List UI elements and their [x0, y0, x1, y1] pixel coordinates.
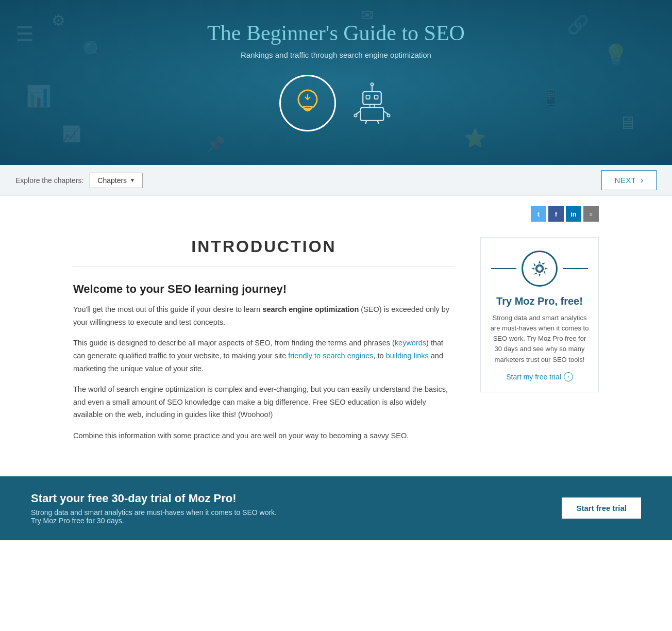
start-free-trial-button[interactable]: Start free trial: [562, 497, 641, 519]
article-para3: The world of search engine optimization …: [73, 383, 455, 421]
moz-pro-card: Try Moz Pro, free! Strong data and smart…: [480, 237, 599, 392]
explore-label: Explore the chapters:: [15, 176, 83, 185]
para1-text: You'll get the most out of this guide if…: [73, 305, 262, 313]
svg-point-24: [354, 114, 357, 117]
next-button[interactable]: NEXT ›: [601, 170, 657, 190]
svg-point-29: [537, 266, 542, 271]
svg-rect-19: [374, 95, 378, 99]
hero-section: ☰ ⚙ 🔍 📊 📈 🔗 💡 📱 🖥 ✉ ⭐ 📌 The Beginner's G…: [0, 0, 672, 165]
friendly-link[interactable]: friendly to search engines: [288, 352, 373, 360]
article-para4: Combine this information with some pract…: [73, 429, 455, 442]
svg-text:📌: 📌: [206, 135, 226, 154]
hero-icons: [10, 75, 662, 131]
article-section: INTRODUCTION Welcome to your SEO learnin…: [73, 237, 455, 451]
dropdown-arrow-icon: ▼: [130, 177, 135, 183]
svg-rect-18: [366, 95, 369, 99]
free-trial-label: Start my free trial: [506, 373, 561, 381]
para2-mid2: , to: [374, 352, 386, 360]
hero-title: The Beginner's Guide to SEO: [10, 21, 662, 45]
para1-bold: search engine optimization: [262, 305, 359, 313]
facebook-share-button[interactable]: f: [548, 206, 564, 222]
twitter-icon: t: [537, 210, 540, 218]
trial-arrow-icon: ›: [564, 372, 573, 381]
next-label: NEXT: [614, 176, 636, 185]
svg-rect-17: [363, 92, 381, 105]
hero-subtitle: Rankings and traffic through search engi…: [10, 51, 662, 59]
linkedin-icon: in: [570, 210, 577, 218]
chapters-label: Chapters: [97, 176, 127, 185]
chapters-dropdown[interactable]: Chapters ▼: [90, 173, 143, 188]
sidebar: Try Moz Pro, free! Strong data and smart…: [480, 237, 599, 451]
svg-point-16: [371, 83, 373, 86]
article-para2: This guide is designed to describe all m…: [73, 337, 455, 375]
gear-circle-icon: [522, 251, 558, 287]
gear-svg: [530, 259, 549, 278]
facebook-icon: f: [555, 210, 557, 218]
social-bar: t f in ≡: [53, 196, 619, 222]
main-content: INTRODUCTION Welcome to your SEO learnin…: [53, 222, 619, 466]
moz-pro-card-body: Strong data and smart analytics are must…: [481, 313, 598, 365]
nav-bar: Explore the chapters: Chapters ▼ NEXT ›: [0, 165, 672, 196]
article-para1: You'll get the most out of this guide if…: [73, 303, 455, 328]
section-title: INTRODUCTION: [73, 237, 455, 256]
section-divider: [73, 267, 455, 267]
bottom-cta-text: Start your free 30-day trial of Moz Pro!…: [31, 492, 289, 525]
robot-icon: [351, 82, 393, 124]
next-arrow-icon: ›: [641, 175, 644, 186]
nav-left: Explore the chapters: Chapters ▼: [15, 173, 143, 188]
card-header: [481, 238, 598, 294]
linkedin-share-button[interactable]: in: [566, 206, 581, 222]
svg-point-25: [387, 114, 390, 117]
article-heading: Welcome to your SEO learning journey!: [73, 283, 455, 296]
moz-pro-card-title: Try Moz Pro, free!: [481, 294, 598, 308]
bottom-cta-heading: Start your free 30-day trial of Moz Pro!: [31, 492, 289, 505]
buffer-icon: ≡: [590, 211, 593, 217]
buffer-share-button[interactable]: ≡: [583, 206, 599, 222]
lightbulb-svg: [290, 85, 326, 121]
building-links-link[interactable]: building links: [386, 352, 429, 360]
twitter-share-button[interactable]: t: [531, 206, 546, 222]
bottom-cta-body: Strong data and smart analytics are must…: [31, 508, 289, 525]
svg-rect-21: [361, 108, 383, 121]
lightbulb-icon: [279, 75, 336, 131]
keywords-link[interactable]: keywords: [395, 339, 426, 347]
start-trial-label: Start free trial: [576, 504, 627, 512]
para2-start: This guide is designed to describe all m…: [73, 339, 395, 347]
free-trial-link[interactable]: Start my free trial ›: [481, 372, 598, 381]
bottom-cta-banner: Start your free 30-day trial of Moz Pro!…: [0, 476, 672, 540]
